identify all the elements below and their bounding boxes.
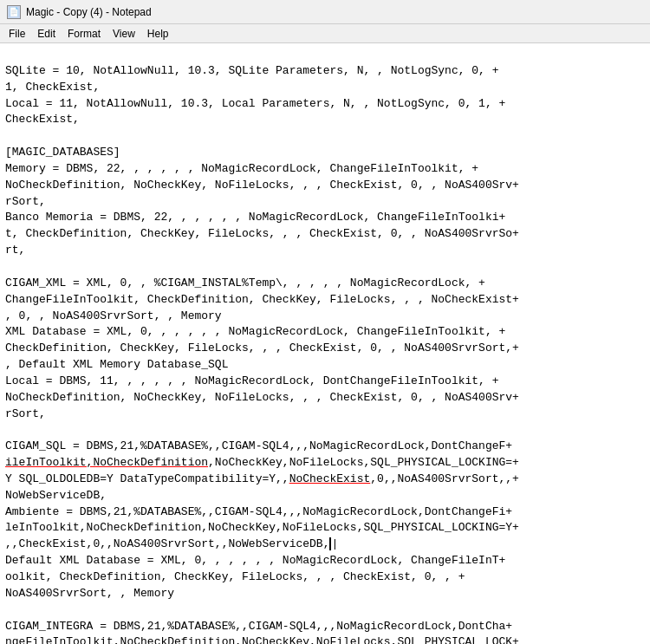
highlight-nocheckexist: NoCheckExist [289, 472, 371, 485]
cursor: | [329, 537, 338, 550]
menu-help[interactable]: Help [142, 26, 174, 42]
text-content: SQLite = 10, NotAllowNull, 10.3, SQLite … [5, 64, 519, 644]
menu-file[interactable]: File [3, 26, 30, 42]
menu-bar: File Edit Format View Help [0, 24, 650, 43]
app-icon: 📄 [7, 5, 21, 19]
title-bar: 📄 Magic - Copy (4) - Notepad [0, 0, 650, 24]
menu-view[interactable]: View [107, 26, 140, 42]
content-area[interactable]: SQLite = 10, NotAllowNull, 10.3, SQLite … [0, 43, 650, 644]
window-title: Magic - Copy (4) - Notepad [26, 6, 152, 18]
menu-format[interactable]: Format [62, 26, 106, 42]
highlight-iletoolkit: ileInToolkit,NoCheckDefinition [5, 456, 208, 469]
menu-edit[interactable]: Edit [32, 26, 61, 42]
